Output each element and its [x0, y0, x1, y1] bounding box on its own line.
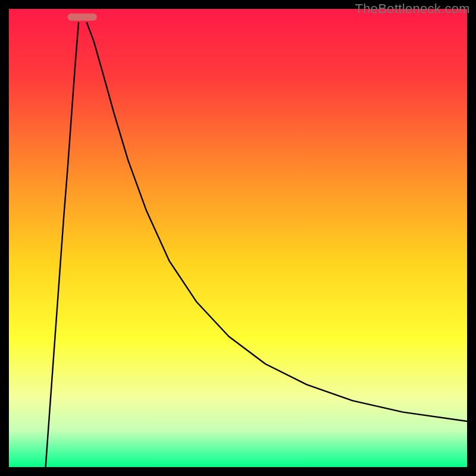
- watermark-text: TheBottleneck.com: [355, 1, 470, 17]
- marker-pill: [68, 14, 97, 21]
- bottom-marker: [68, 14, 97, 21]
- chart-svg: [9, 9, 467, 467]
- gradient-background: [9, 9, 467, 467]
- plot-area: [9, 9, 467, 467]
- chart-frame: TheBottleneck.com: [0, 0, 476, 476]
